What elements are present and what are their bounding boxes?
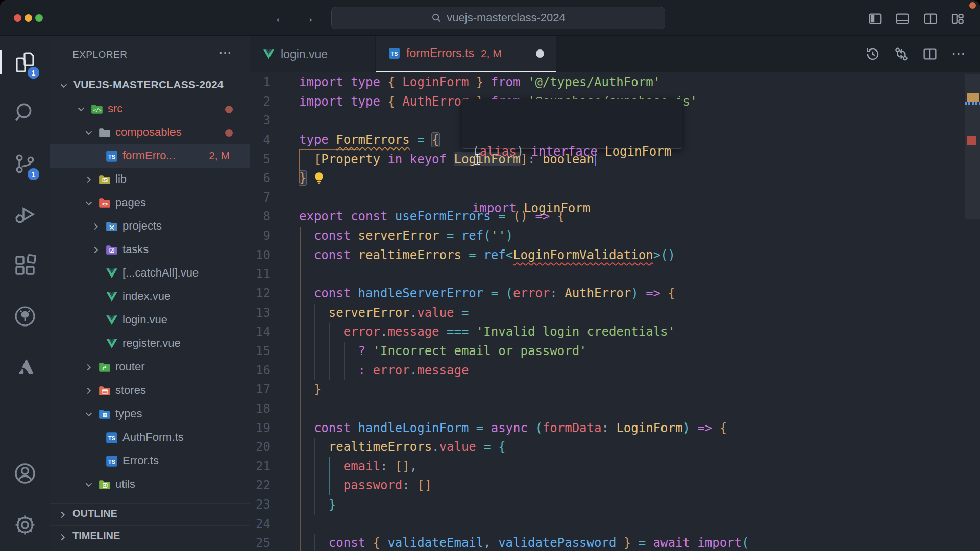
code-line-1[interactable]: 1import type { LoginForm } from '@/types… [250, 73, 980, 92]
code-line-16[interactable]: 16 : error.message [250, 361, 980, 381]
more-actions-icon[interactable]: ⋯ [950, 46, 967, 62]
tree-item-formerro-[interactable]: TSformErro...2, M [50, 144, 250, 168]
line-number[interactable]: 25 [250, 534, 271, 551]
tree-item-router[interactable]: router [50, 356, 250, 379]
code-line-23[interactable]: 23 } [250, 495, 980, 515]
tree-item-tasks[interactable]: tasks [50, 238, 250, 262]
line-number[interactable]: 8 [250, 207, 271, 227]
line-number[interactable]: 21 [250, 457, 271, 477]
line-number[interactable]: 20 [250, 438, 271, 457]
line-number[interactable]: 2 [250, 92, 271, 112]
code-line-13[interactable]: 13 serverError.value = [250, 304, 980, 323]
tree-item-login-vue[interactable]: login.vue [50, 309, 250, 332]
line-number[interactable]: 9 [250, 227, 271, 246]
code-line-20[interactable]: 20 realtimeErrors.value = { [250, 438, 980, 457]
code-line-17[interactable]: 17 } [250, 380, 980, 399]
tree-item-src[interactable]: </>src [50, 97, 250, 121]
chevron-down-icon [83, 479, 94, 490]
line-number[interactable]: 23 [250, 495, 271, 515]
tree-item-composables[interactable]: composables [50, 121, 250, 144]
zoom-window-button[interactable] [35, 14, 43, 22]
ts-file-icon: TS [388, 47, 401, 60]
ts-icon: TS [105, 149, 118, 163]
line-number[interactable]: 13 [250, 304, 271, 323]
lightbulb-icon[interactable] [312, 171, 326, 185]
outline-section[interactable]: OUTLINE [50, 503, 250, 525]
settings-icon[interactable] [13, 513, 37, 537]
editor-actions: ⋯ [865, 46, 967, 62]
code-line-19[interactable]: 19 const handleLoginForm = async (formDa… [250, 419, 980, 438]
timeline-section[interactable]: TIMELINE [50, 525, 250, 548]
code-line-22[interactable]: 22 password: [] [250, 476, 980, 495]
line-number[interactable]: 5 [250, 150, 271, 169]
line-number[interactable]: 18 [250, 399, 271, 419]
close-window-button[interactable] [14, 14, 21, 22]
line-number[interactable]: 12 [250, 284, 271, 304]
line-number[interactable]: 17 [250, 380, 271, 399]
code-line-18[interactable]: 18 [250, 399, 980, 419]
line-number[interactable]: 16 [250, 361, 271, 381]
line-number[interactable]: 15 [250, 342, 271, 361]
command-center-search[interactable]: vuejs-masterclass-2024 [331, 7, 665, 29]
code-line-15[interactable]: 15 ? 'Incorrect email or password' [250, 342, 980, 361]
line-number[interactable]: 3 [250, 111, 271, 131]
line-number[interactable]: 14 [250, 322, 271, 342]
tab-login-vue[interactable]: login.vue [250, 36, 375, 72]
line-number[interactable]: 6 [250, 169, 271, 188]
accounts-icon[interactable] [13, 461, 37, 486]
tree-item-utils[interactable]: utils [50, 473, 250, 496]
toggle-panel-icon[interactable] [895, 11, 910, 24]
tree-item-vuejs-masterclass-2024[interactable]: VUEJS-MASTERCLASS-2024 [50, 74, 250, 97]
vue-icon [105, 290, 118, 304]
vue-icon [105, 314, 118, 327]
chevron-down-icon [58, 80, 69, 91]
line-number[interactable]: 4 [250, 131, 271, 150]
tree-item--catchall-vue[interactable]: [...catchAll].vue [50, 262, 250, 285]
navigate-forward-button[interactable]: → [298, 10, 318, 26]
modified-dot-icon[interactable] [536, 49, 544, 58]
code-line-21[interactable]: 21 email: [], [250, 457, 980, 477]
line-number[interactable]: 7 [250, 188, 271, 208]
tree-item-lib[interactable]: lib [50, 168, 250, 191]
tree-item-register-vue[interactable]: register.vue [50, 332, 250, 356]
tooltip-line: (alias) interface LoginForm [472, 142, 672, 161]
code-line-25[interactable]: 25 const { validateEmail, validatePasswo… [250, 534, 980, 551]
line-content [271, 267, 299, 281]
line-number[interactable]: 24 [250, 515, 271, 534]
code-line-24[interactable]: 24 [250, 515, 980, 534]
tree-item-label: tasks [122, 243, 149, 256]
code-line-11[interactable]: 11 [250, 265, 980, 284]
navigate-back-button[interactable]: ← [271, 10, 291, 26]
compare-changes-icon[interactable] [893, 46, 910, 62]
minimize-window-button[interactable] [24, 14, 32, 22]
tree-item-projects[interactable]: projects [50, 215, 250, 238]
code-line-14[interactable]: 14 error.message === 'Invalid login cred… [250, 322, 980, 342]
tree-item-pages[interactable]: <>pages [50, 191, 250, 215]
line-number[interactable]: 11 [250, 265, 271, 284]
toggle-primary-sidebar-icon[interactable] [868, 11, 883, 24]
tree-item-types[interactable]: TStypes [50, 403, 250, 426]
explorer-more-actions-icon[interactable]: ⋯ [218, 45, 232, 61]
timeline-history-icon[interactable] [865, 46, 881, 62]
folder-utils-icon [98, 478, 111, 491]
search-icon[interactable] [13, 100, 37, 124]
tree-item-label: utils [115, 478, 135, 491]
folder-router-icon [98, 361, 111, 374]
line-number[interactable]: 1 [250, 73, 271, 92]
tree-item-stores[interactable]: stores [50, 379, 250, 403]
tree-item-error-ts[interactable]: TSError.ts [50, 449, 250, 473]
tab-formerrors-ts[interactable]: TS formErrors.ts 2, M [376, 36, 556, 72]
customize-layout-icon[interactable] [950, 11, 965, 24]
line-number[interactable]: 22 [250, 476, 271, 495]
tree-item-authform-ts[interactable]: TSAuthForm.ts [50, 426, 250, 449]
code-line-12[interactable]: 12 const handleServerError = (error: Aut… [250, 284, 980, 304]
line-number[interactable]: 10 [250, 246, 271, 265]
toggle-secondary-sidebar-icon[interactable] [923, 11, 938, 24]
run-debug-icon[interactable] [13, 202, 37, 227]
tree-item-index-vue[interactable]: index.vue [50, 285, 250, 309]
extensions-icon[interactable] [13, 253, 37, 278]
line-number[interactable]: 19 [250, 419, 271, 438]
atlassian-icon[interactable] [13, 356, 37, 380]
split-editor-icon[interactable] [922, 46, 938, 62]
github-icon[interactable] [13, 304, 37, 329]
